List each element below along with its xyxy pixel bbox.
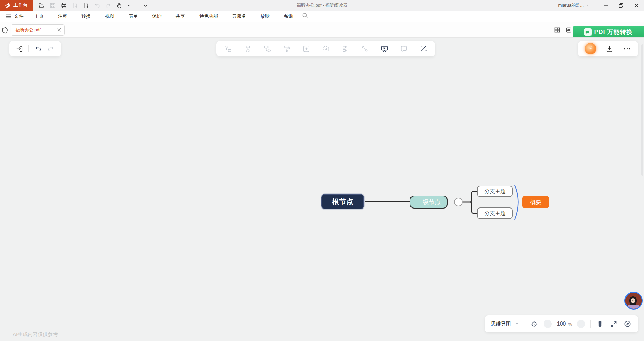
menu-file[interactable]: 文件: [5, 13, 27, 20]
title-bar: 工作台 福昕办公.pdf - 福昕阅读器 miarua的监...: [0, 0, 644, 11]
search-icon[interactable]: [302, 12, 308, 20]
mode-chevron-icon[interactable]: [515, 321, 520, 327]
tab-grid-view-icon[interactable]: [554, 27, 561, 33]
mindmap-toolbar: [216, 41, 435, 56]
switch-document-icon[interactable]: [565, 27, 572, 33]
user-account[interactable]: miarua的监...: [558, 2, 590, 8]
add-page-icon[interactable]: [82, 2, 90, 9]
menu-view[interactable]: 视图: [98, 13, 121, 20]
mindmap-connectors: [0, 38, 644, 341]
exit-mindmap-icon[interactable]: [15, 44, 24, 53]
workspace-button[interactable]: 工作台: [0, 0, 33, 11]
customize-toolbar-icon[interactable]: [142, 2, 149, 9]
hamburger-icon: [6, 14, 11, 19]
print-icon[interactable]: [60, 2, 67, 9]
user-name: miarua的监...: [558, 2, 584, 8]
menu-home[interactable]: 主页: [27, 13, 51, 20]
select-area-icon[interactable]: [321, 44, 330, 53]
insert-node-icon[interactable]: [302, 44, 311, 53]
divider: [28, 45, 29, 52]
comment-sparkle-icon[interactable]: [399, 44, 408, 53]
ai-disclaimer: AI生成内容仅供参考: [13, 331, 58, 338]
hand-tool-icon[interactable]: [115, 2, 123, 9]
minimize-button[interactable]: [599, 0, 614, 11]
more-options-icon[interactable]: [622, 44, 631, 53]
convert-button-label: PDF万能转换: [594, 28, 633, 36]
swap-glyph: ⇄: [586, 29, 590, 34]
menu-cloud[interactable]: 云服务: [225, 13, 253, 20]
relation-line-icon[interactable]: [360, 44, 369, 53]
menu-features[interactable]: 特色功能: [192, 13, 225, 20]
delete-page-icon[interactable]: [71, 2, 78, 9]
menu-comment[interactable]: 注释: [51, 13, 74, 20]
swap-icon: ⇄: [584, 28, 592, 36]
user-avatar[interactable]: [624, 292, 643, 310]
mindmap-ai-badge-icon[interactable]: [585, 43, 596, 54]
tab-bar: 福昕办公.pdf ⇄ PDF万能转换: [0, 22, 644, 38]
menu-share[interactable]: 共享: [169, 13, 192, 20]
save-icon[interactable]: [49, 2, 56, 9]
document-tab[interactable]: 福昕办公.pdf: [11, 24, 65, 36]
summary-icon[interactable]: [341, 44, 350, 53]
foxit-logo-icon: [4, 2, 11, 8]
mindmap-redo-icon[interactable]: [47, 44, 56, 53]
menu-help[interactable]: 帮助: [277, 13, 300, 20]
history-panel: [9, 41, 61, 56]
close-button[interactable]: [629, 0, 644, 11]
undo-icon[interactable]: [93, 2, 101, 9]
overview-compass-icon[interactable]: [623, 319, 632, 328]
fullscreen-icon[interactable]: [609, 319, 618, 328]
hand-tool-caret[interactable]: [127, 5, 130, 6]
pdf-convert-button[interactable]: ⇄ PDF万能转换: [573, 26, 644, 37]
workspace-label: 工作台: [13, 2, 28, 8]
mindmap-secondary-node[interactable]: 二级节点: [410, 196, 448, 209]
divider: [590, 320, 591, 328]
mindmap-branch-node-2[interactable]: 分支主题: [477, 207, 513, 219]
start-page-icon[interactable]: [1, 26, 9, 34]
zoom-value: 100: [557, 321, 566, 327]
menu-present[interactable]: 放映: [253, 13, 277, 20]
mouse-mode-icon[interactable]: [596, 319, 604, 328]
format-painter-icon[interactable]: [282, 44, 291, 53]
mindmap-branch-node-1[interactable]: 分支主题: [477, 186, 513, 197]
diagram-mode-label[interactable]: 思维导图: [491, 321, 511, 327]
mindmap-canvas[interactable]: 根节点 二级节点 分支主题 分支主题 概要 思维导图 100 % AI生成内容仅…: [0, 38, 644, 341]
open-file-icon[interactable]: [38, 2, 45, 9]
presentation-icon[interactable]: [380, 44, 389, 53]
chevron-down-icon: [586, 3, 590, 7]
tab-label: 福昕办公.pdf: [16, 27, 41, 33]
mindmap-undo-icon[interactable]: [33, 44, 42, 53]
add-child-topic-icon[interactable]: [243, 44, 252, 53]
center-view-icon[interactable]: [530, 319, 539, 328]
restore-button[interactable]: [614, 0, 629, 11]
download-icon[interactable]: [605, 44, 614, 53]
zoom-out-button[interactable]: [544, 320, 552, 328]
divider: [136, 2, 136, 8]
mindmap-root-node[interactable]: 根节点: [321, 194, 364, 209]
vertical-scrollbar[interactable]: [641, 44, 643, 176]
zoom-unit: %: [568, 321, 572, 327]
menu-protect[interactable]: 保护: [145, 13, 169, 20]
quick-access-toolbar: [38, 2, 149, 9]
add-subtopic-icon[interactable]: [263, 44, 272, 53]
collapse-node-button[interactable]: [454, 198, 463, 206]
avatar-image: [625, 293, 642, 309]
zoom-in-button[interactable]: [577, 320, 585, 328]
menu-bar: 文件 主页 注释 转换 视图 表单 保护 共享 特色功能 云服务 放映 帮助: [0, 11, 644, 22]
divider: [525, 320, 525, 328]
view-control-bar: 思维导图 100 %: [485, 315, 638, 332]
add-sibling-topic-icon[interactable]: [224, 44, 232, 53]
tab-close-icon[interactable]: [57, 28, 61, 32]
redo-icon[interactable]: [104, 2, 112, 9]
export-panel: [578, 41, 638, 56]
mindmap-summary-node[interactable]: 概要: [522, 196, 549, 208]
ai-magic-wand-icon[interactable]: [419, 44, 428, 53]
menu-convert[interactable]: 转换: [74, 13, 98, 20]
menu-item-label: 文件: [14, 13, 24, 20]
menu-form[interactable]: 表单: [121, 13, 145, 20]
